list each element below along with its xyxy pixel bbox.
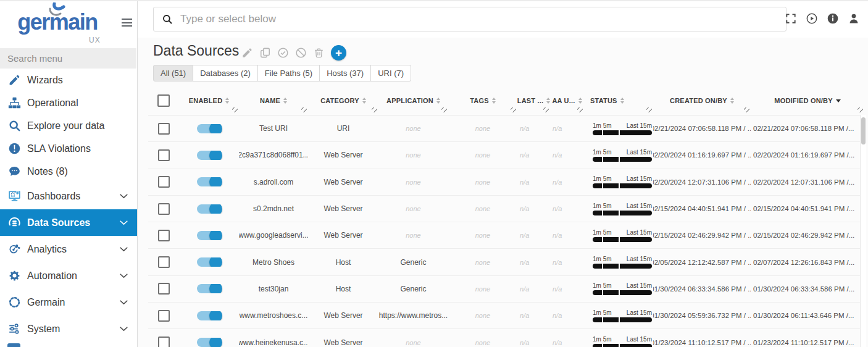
hamburger-menu-icon[interactable] [122,19,132,29]
row-checkbox[interactable] [158,176,170,188]
table-row[interactable]: s0.2mdn.netWeb Servernonenonen/an/a1m 5m… [148,196,864,222]
row-checkbox[interactable] [158,203,170,215]
table-cell: none [448,232,517,239]
sidebar-item-sla-violations[interactable]: SLA Violations [0,137,137,160]
tab-file-paths-5[interactable]: File Paths (5) [258,65,320,82]
table-row[interactable]: www.googleadservi...Web Servernonenonen/… [148,222,864,249]
row-checkbox[interactable] [158,230,170,241]
global-search-input[interactable] [179,12,786,26]
column-header-category[interactable]: CATEGORY [308,86,378,115]
cell-value: none [475,125,490,132]
tab-all-51[interactable]: All (51) [153,65,193,82]
info-circle-icon[interactable] [826,12,840,25]
check-circle-icon[interactable] [277,47,289,59]
row-checkbox[interactable] [158,283,170,295]
table-cell: Host [308,258,378,267]
row-checkbox[interactable] [158,149,170,161]
table-row[interactable]: Metro ShoesHostGenericnonen/an/a1m 5mLas… [148,249,864,275]
column-resize-handle[interactable] [543,107,549,112]
copy-icon[interactable] [259,47,271,59]
sidebar-item-wizards[interactable]: Wizards [0,69,137,91]
tab-uri-7[interactable]: URI (7) [371,65,411,82]
column-resize-handle[interactable] [646,107,652,112]
enabled-toggle[interactable] [197,338,222,347]
sidebar-item-notes-8[interactable]: Notes (8) [0,160,137,183]
sidebar-search-input[interactable] [0,48,136,69]
sidebar-item-dashboards[interactable]: Dashboards [0,183,137,209]
column-header-aau[interactable]: AA U... [550,86,584,115]
enabled-toggle[interactable] [197,204,222,214]
table-row[interactable]: www.metroshoes.c...Web Serverhttps://www… [148,303,864,329]
enabled-toggle[interactable] [197,257,222,267]
sidebar-item-operational[interactable]: Operational [0,91,137,114]
sidebar-item-automation[interactable]: Automation [0,262,137,289]
column-label: AA U... [552,97,575,104]
status-widget[interactable]: 1m 5mLast 15m [593,122,652,135]
enabled-toggle[interactable] [197,231,222,240]
table-cell: n/a [550,178,584,186]
enabled-toggle[interactable] [197,151,222,160]
column-label: CATEGORY [320,97,359,104]
user-icon[interactable] [847,12,861,25]
tab-hosts-37[interactable]: Hosts (37) [320,65,371,82]
tab-databases-2[interactable]: Databases (2) [193,65,258,82]
status-widget[interactable]: 1m 5mLast 15m [593,336,652,347]
play-circle-icon[interactable] [805,12,819,25]
column-resize-handle[interactable] [232,107,238,112]
table-row[interactable]: test30janHostGenericnonen/an/a1m 5mLast … [148,276,864,303]
column-resize-handle[interactable] [744,107,749,112]
sidebar-item-system[interactable]: System [0,316,137,342]
sidebar-item-analytics[interactable]: Analytics [0,236,137,262]
sidebar-item-data-sources[interactable]: Data Sources [0,209,137,236]
column-resize-handle[interactable] [301,107,307,112]
pencil-icon[interactable] [241,47,253,59]
status-widget[interactable]: 1m 5mLast 15m [593,256,652,269]
column-header-modified[interactable]: MODIFIED ON/BY [751,86,864,115]
status-widget[interactable]: 1m 5mLast 15m [593,149,652,162]
sort-down-arrow [730,101,734,104]
sidebar-item-germain[interactable]: Germain [0,289,137,316]
row-checkbox[interactable] [158,123,170,135]
row-checkbox[interactable] [158,256,170,268]
table-row[interactable]: Test URIURInonenonen/an/a1m 5mLast 15m02… [148,115,864,142]
trash-icon[interactable] [313,47,325,59]
fullscreen-icon[interactable] [784,12,798,25]
column-header-enabled[interactable]: ENABLED [179,86,239,115]
column-header-last[interactable]: LAST ... [517,86,550,115]
row-checkbox[interactable] [158,337,170,347]
column-resize-handle[interactable] [858,107,863,112]
column-label: TAGS [470,97,489,104]
row-checkbox[interactable] [158,310,170,322]
table-row[interactable]: s.adroll.comWeb Servernonenonen/an/a1m 5… [148,169,864,196]
column-header-tags[interactable]: TAGS [448,86,517,115]
column-header-created[interactable]: CREATED ON/BY [653,86,751,115]
dashboard-icon [7,189,22,203]
scrollbar-thumb[interactable] [861,117,866,144]
germain-logo[interactable]: germain UX [11,11,104,33]
ban-icon[interactable] [295,47,307,59]
column-header-status[interactable]: STATUS [584,86,653,115]
column-resize-handle[interactable] [511,107,516,112]
enabled-toggle[interactable] [197,311,222,320]
status-widget[interactable]: 1m 5mLast 15m [593,175,652,188]
enabled-toggle[interactable] [197,284,222,293]
column-header-application[interactable]: APPLICATION [378,86,448,115]
status-widget[interactable]: 1m 5mLast 15m [593,309,652,322]
status-widget[interactable]: 1m 5mLast 15m [593,203,652,215]
status-widget[interactable]: 1m 5mLast 15m [593,229,652,242]
column-resize-handle[interactable] [577,107,583,112]
table-cell: www.heinekenusa.c... [239,338,308,347]
enabled-toggle[interactable] [197,124,222,133]
sidebar-item-explore-your-data[interactable]: Explore your data [0,114,137,137]
status-widget[interactable]: 1m 5mLast 15m [593,282,652,295]
add-data-source-button[interactable]: + [331,45,346,61]
table-row[interactable]: 2c9a371c8d068ff01...Web Servernonenonen/… [148,142,864,169]
column-header-name[interactable]: NAME [239,86,308,115]
global-search[interactable] [153,7,787,31]
table-row[interactable]: www.heinekenusa.c...Web Servernonenonen/… [148,329,864,347]
cell-value: 01/23/2024 11:10:12.517 PM / ... [653,339,751,346]
column-resize-handle[interactable] [372,107,377,112]
enabled-toggle[interactable] [197,177,222,186]
column-resize-handle[interactable] [441,107,447,112]
select-all-checkbox[interactable] [157,94,170,107]
